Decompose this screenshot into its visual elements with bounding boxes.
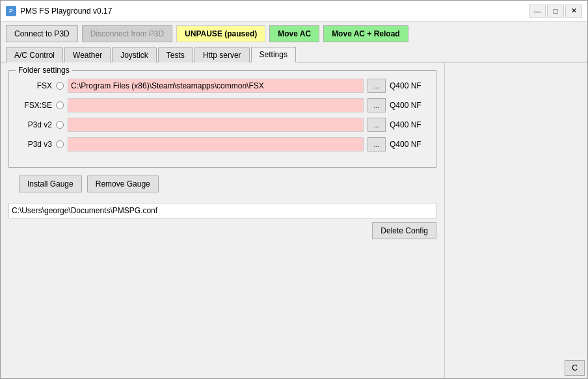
- delete-config-button[interactable]: Delete Config: [372, 222, 436, 239]
- app-icon: P: [6, 6, 16, 16]
- disconnect-button[interactable]: Disconnect from P3D: [82, 25, 172, 42]
- p3d-v3-nf-label: Q400 NF: [390, 140, 425, 149]
- unpause-button[interactable]: UNPAUSE (paused): [176, 25, 265, 42]
- p3d-v3-label: P3d v3: [20, 140, 52, 149]
- remove-gauge-button[interactable]: Remove Gauge: [87, 176, 159, 192]
- p3d-v2-radio[interactable]: [56, 121, 64, 129]
- p3d-v2-path-input[interactable]: [68, 118, 364, 132]
- p3d-v2-browse-button[interactable]: ...: [368, 118, 386, 132]
- tab-joystick[interactable]: Joystick: [112, 47, 157, 62]
- fsx-se-radio[interactable]: [56, 101, 64, 109]
- fsx-label: FSX: [20, 81, 52, 90]
- tab-http-server[interactable]: Http server: [194, 47, 250, 62]
- gauge-buttons: Install Gauge Remove Gauge: [19, 176, 436, 192]
- folder-settings-group: Folder settings FSX ... Q400 NF FSX:SE .…: [8, 70, 436, 168]
- fsx-se-label: FSX:SE: [20, 101, 52, 110]
- fsx-radio[interactable]: [56, 82, 64, 90]
- config-path-input[interactable]: [8, 203, 436, 218]
- connect-button[interactable]: Connect to P3D: [6, 25, 78, 42]
- bottom-row: Delete Config: [8, 222, 436, 239]
- tab-ac-control[interactable]: A/C Control: [6, 47, 63, 62]
- title-bar: P PMS FS Playground v0.17 — □ ✕: [1, 1, 587, 21]
- fsx-se-path-input[interactable]: [68, 98, 364, 112]
- p3d-v3-row: P3d v3 ... Q400 NF: [20, 137, 425, 151]
- p3d-v2-row: P3d v2 ... Q400 NF: [20, 118, 425, 132]
- content-area: Folder settings FSX ... Q400 NF FSX:SE .…: [1, 62, 587, 378]
- fsx-se-row: FSX:SE ... Q400 NF: [20, 98, 425, 112]
- title-bar-left: P PMS FS Playground v0.17: [6, 6, 112, 16]
- p3d-v3-browse-button[interactable]: ...: [368, 137, 386, 151]
- p3d-v2-nf-label: Q400 NF: [390, 120, 425, 129]
- install-gauge-button[interactable]: Install Gauge: [19, 176, 82, 192]
- fsx-se-browse-button[interactable]: ...: [368, 98, 386, 112]
- move-ac-reload-button[interactable]: Move AC + Reload: [323, 25, 408, 42]
- tab-weather[interactable]: Weather: [64, 47, 111, 62]
- fsx-nf-label: Q400 NF: [390, 81, 425, 90]
- p3d-v3-radio[interactable]: [56, 140, 64, 148]
- close-button[interactable]: ✕: [565, 5, 582, 18]
- main-window: P PMS FS Playground v0.17 — □ ✕ Connect …: [0, 0, 588, 379]
- fsx-se-nf-label: Q400 NF: [390, 101, 425, 110]
- title-controls: — □ ✕: [529, 5, 582, 18]
- minimize-button[interactable]: —: [529, 5, 546, 18]
- tab-bar: A/C Control Weather Joystick Tests Http …: [1, 46, 587, 62]
- tab-tests[interactable]: Tests: [158, 47, 193, 62]
- maximize-button[interactable]: □: [547, 5, 564, 18]
- fsx-path-input[interactable]: [68, 79, 364, 93]
- move-ac-button[interactable]: Move AC: [269, 25, 319, 42]
- p3d-v3-path-input[interactable]: [68, 137, 364, 151]
- window-title: PMS FS Playground v0.17: [20, 7, 112, 16]
- toolbar: Connect to P3D Disconnect from P3D UNPAU…: [1, 21, 587, 46]
- side-panel: C: [444, 62, 587, 378]
- tab-settings[interactable]: Settings: [251, 47, 296, 62]
- c-button[interactable]: C: [565, 360, 585, 376]
- folder-settings-legend: Folder settings: [16, 66, 72, 75]
- fsx-browse-button[interactable]: ...: [368, 79, 386, 93]
- fsx-row: FSX ... Q400 NF: [20, 79, 425, 93]
- p3d-v2-label: P3d v2: [20, 120, 52, 129]
- settings-panel: Folder settings FSX ... Q400 NF FSX:SE .…: [1, 62, 444, 378]
